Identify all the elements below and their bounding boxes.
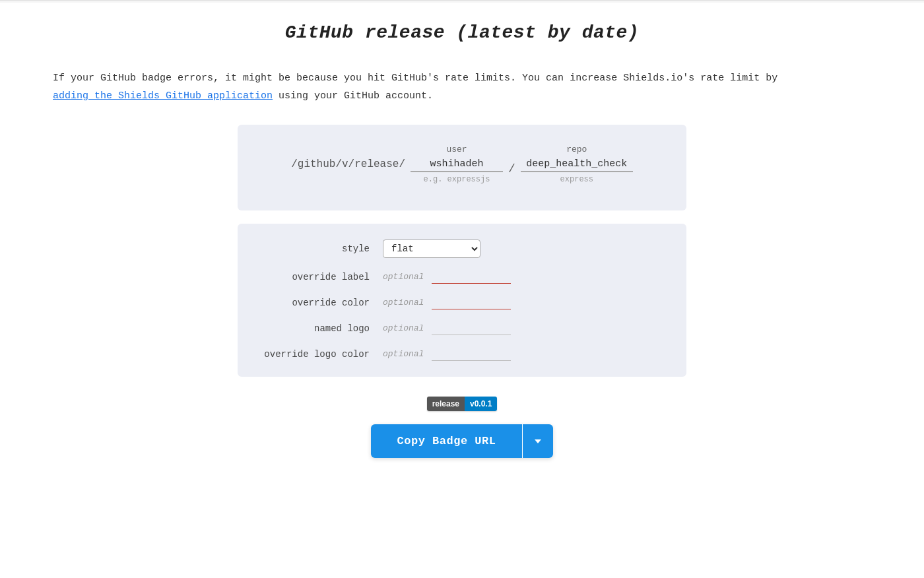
override-logo-color-hint: optional [383, 349, 424, 359]
named-logo-hint: optional [383, 323, 424, 333]
url-prefix: /github/v/release/ [291, 158, 405, 170]
override-color-label: override color [264, 298, 383, 308]
override-label-hint: optional [383, 272, 424, 282]
repo-field-group: repo express [521, 144, 633, 184]
named-logo-label: named logo [264, 323, 383, 334]
style-row: style flat flat-square plastic for-the-b… [264, 240, 660, 258]
override-label-row: override label optional [264, 270, 660, 284]
copy-button-wrapper: Copy Badge URL [371, 424, 554, 458]
copy-badge-url-button[interactable]: Copy Badge URL [371, 424, 523, 458]
url-separator: / [508, 153, 515, 176]
copy-button-container: Copy Badge URL [53, 424, 871, 458]
notice-text: If your GitHub badge errors, it might be… [53, 69, 779, 105]
user-hint: e.g. expressjs [424, 175, 490, 184]
override-label-input[interactable] [432, 270, 511, 284]
override-label-label: override label [264, 272, 383, 282]
override-color-input[interactable] [432, 296, 511, 309]
notice-text-after: using your GitHub account. [273, 90, 433, 102]
shields-github-app-link[interactable]: adding the Shields GitHub application [53, 90, 273, 102]
override-color-hint: optional [383, 298, 424, 307]
badge-preview: release v0.0.1 [427, 397, 498, 411]
user-label: user [446, 144, 467, 154]
style-select[interactable]: flat flat-square plastic for-the-badge s… [383, 240, 480, 258]
override-logo-color-row: override logo color optional [264, 347, 660, 361]
repo-hint: express [560, 175, 593, 184]
style-label: style [264, 243, 383, 254]
override-logo-color-input[interactable] [432, 347, 511, 361]
badge-container: release v0.0.1 [53, 397, 871, 411]
url-form-panel: /github/v/release/ user e.g. expressjs /… [238, 125, 686, 210]
options-panel: style flat flat-square plastic for-the-b… [238, 224, 686, 377]
badge-left-text: release [427, 397, 465, 411]
badge-right-text: v0.0.1 [465, 397, 497, 411]
repo-input[interactable] [521, 157, 633, 172]
user-field-group: user e.g. expressjs [411, 144, 503, 184]
copy-badge-url-dropdown-button[interactable] [523, 424, 553, 458]
override-logo-color-label: override logo color [264, 349, 383, 360]
user-input[interactable] [411, 157, 503, 172]
page-title: GitHub release (latest by date) [53, 22, 871, 43]
override-color-row: override color optional [264, 296, 660, 309]
named-logo-input[interactable] [432, 321, 511, 335]
url-row: /github/v/release/ user e.g. expressjs /… [264, 144, 660, 184]
notice-text-before: If your GitHub badge errors, it might be… [53, 73, 777, 84]
chevron-down-icon [535, 439, 541, 443]
repo-label: repo [566, 144, 587, 154]
named-logo-row: named logo optional [264, 321, 660, 335]
